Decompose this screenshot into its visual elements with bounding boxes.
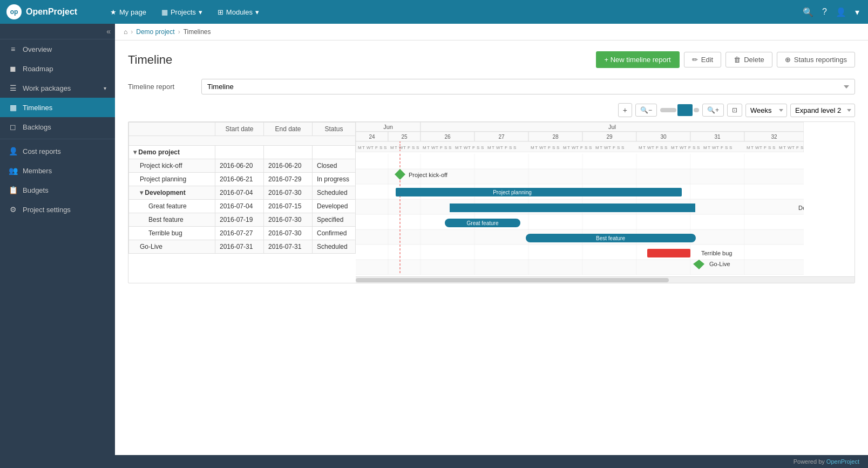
svg-text:S: S [513,145,516,150]
svg-text:S: S [509,145,512,150]
breadcrumb-demo-project[interactable]: Demo project [136,28,174,36]
nav-projects[interactable]: ▦ Projects ▾ [155,5,209,19]
chevron-down-icon: ▾ [104,85,106,91]
svg-rect-123 [356,260,804,275]
backlogs-icon: ◻ [9,123,17,131]
start-date-cell: 2016-07-27 [215,227,264,240]
svg-text:Project planning: Project planning [493,189,532,195]
svg-text:M: M [595,145,599,150]
zoom-thumb[interactable] [677,104,693,116]
app-logo[interactable]: op OpenProject [6,4,93,19]
status-cell: In progress [313,173,356,186]
svg-text:F: F [688,145,691,150]
svg-text:T: T [500,145,503,150]
svg-text:S: S [477,145,479,150]
svg-text:S: S [449,145,451,150]
col-start-header: Start date [215,123,264,136]
scrollbar-thumb[interactable] [356,278,669,282]
delete-button[interactable]: 🗑 Delete [725,52,772,67]
breadcrumb: ⌂ › Demo project › Timelines [115,24,868,40]
edit-button[interactable]: ✏ Edit [684,52,721,67]
gantt-period-select[interactable]: Weeks Days Months [745,104,787,117]
new-timeline-report-button[interactable]: + New timeline report [596,51,680,68]
sidebar-collapse-bar: « [0,24,115,39]
gantt-add-button[interactable]: + [618,103,632,117]
zoom-track-right [694,108,699,112]
svg-text:25: 25 [401,134,408,140]
sidebar-item-roadmap[interactable]: ◼ Roadmap [0,59,115,78]
gantt-scrollbar[interactable] [356,276,855,283]
svg-text:M: M [563,145,567,150]
user-icon[interactable]: 👤 [833,5,849,19]
gantt-zoom-slider [660,104,699,116]
task-name-cell: Great feature [129,200,215,213]
sidebar-item-timelines[interactable]: ▦ Timelines [0,98,115,117]
sidebar-collapse-button[interactable]: « [106,27,111,36]
svg-text:T: T [459,145,462,150]
user-menu-arrow[interactable]: ▾ [853,5,862,19]
svg-text:F: F [505,145,507,150]
svg-text:M: M [671,145,675,150]
timeline-report-select[interactable]: Timeline [201,79,855,94]
gantt-zoom-in-button[interactable]: 🔍+ [702,104,724,117]
task-name-cell: ▾ Demo project [129,146,215,159]
svg-text:30: 30 [660,134,667,140]
svg-text:T: T [675,145,678,150]
sidebar-item-cost-reports[interactable]: 👤 Cost reports [0,141,115,161]
gantt-expand-select[interactable]: Expand level 2 Expand level 1 Expand lev… [790,104,855,117]
gantt-zoom-out-button[interactable]: 🔍− [635,104,657,117]
nav-modules[interactable]: ⊞ Modules ▾ [211,5,266,19]
svg-text:T: T [492,145,494,150]
search-icon[interactable]: 🔍 [801,5,816,19]
svg-text:F: F [721,145,723,150]
svg-text:F: F [472,145,475,150]
table-row: Project kick-off2016-06-202016-06-20Clos… [129,159,356,173]
svg-text:26: 26 [444,134,451,140]
sidebar-item-budgets[interactable]: 📋 Budgets [0,180,115,200]
svg-text:Best feature: Best feature [596,235,625,241]
sidebar-item-members[interactable]: 👥 Members [0,161,115,180]
svg-text:27: 27 [498,134,505,140]
help-icon[interactable]: ? [820,5,829,19]
svg-text:W: W [367,145,371,150]
svg-text:S: S [729,145,732,150]
svg-text:T: T [395,145,397,150]
sidebar-item-label: Project settings [23,206,106,214]
svg-text:S: S [617,145,620,150]
svg-text:M: M [531,145,534,150]
sidebar-item-project-settings[interactable]: ⚙ Project settings [0,200,115,219]
status-reportings-button[interactable]: ⊕ Status reportings [777,52,855,67]
projects-icon: ▦ [161,8,168,16]
sidebar-item-label: Members [23,167,106,175]
svg-text:S: S [557,145,559,150]
svg-text:S: S [384,145,386,150]
powered-by-link[interactable]: OpenProject [826,458,859,465]
gantt-fit-button[interactable]: ⊡ [727,104,742,117]
svg-text:T: T [544,145,546,150]
nav-mypage[interactable]: ★ My page [104,5,153,19]
svg-text:T: T [535,145,538,150]
page-header: Timeline + New timeline report ✏ Edit 🗑 … [128,51,855,68]
home-icon[interactable]: ⌂ [124,28,127,36]
svg-text:F: F [764,145,767,150]
svg-text:Development: Development [798,205,804,211]
svg-text:S: S [772,145,775,150]
task-name-cell: ▾ Development [129,186,215,200]
table-row: ▾ Development2016-07-042016-07-30Schedul… [129,186,356,200]
top-nav-right: 🔍 ? 👤 ▾ [801,5,862,19]
end-date-cell: 2016-07-30 [264,186,313,200]
status-cell [313,146,356,159]
sidebar-item-work-packages[interactable]: ☰ Work packages ▾ [0,78,115,98]
svg-text:Terrible bug: Terrible bug [701,250,732,256]
svg-text:F: F [656,145,659,150]
svg-text:T: T [403,145,406,150]
gantt-chart-scroll[interactable]: Jun Jul 24 25 [356,122,855,283]
svg-text:Go-Live: Go-Live [709,261,730,267]
table-row: Great feature2016-07-042016-07-15Develop… [129,200,356,213]
gantt-header-svg: Jun Jul 24 25 [356,122,804,152]
status-cell: Specified [313,213,356,227]
sidebar-item-label: Backlogs [23,123,106,131]
sidebar-item-backlogs[interactable]: ◻ Backlogs [0,117,115,137]
svg-text:F: F [548,145,551,150]
sidebar-item-overview[interactable]: ≡ Overview [0,39,115,59]
